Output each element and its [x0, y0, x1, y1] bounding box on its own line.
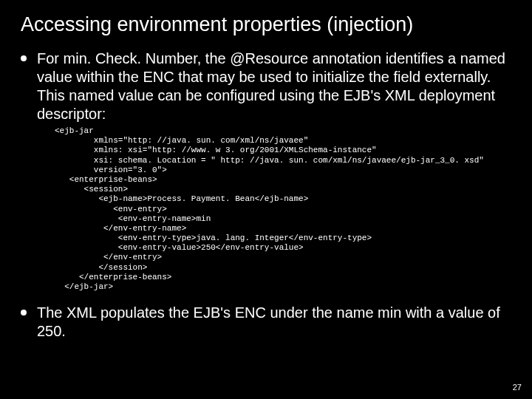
bullet-icon	[21, 55, 27, 61]
slide-title: Accessing environment properties (inject…	[21, 13, 511, 36]
bullet-icon	[21, 310, 27, 316]
bullet-text-2: The XML populates the EJB's ENC under th…	[37, 304, 511, 341]
page-number: 27	[513, 383, 522, 392]
bullet-item-1: For min. Check. Number, the @Resource an…	[21, 50, 511, 123]
bullet-item-2: The XML populates the EJB's ENC under th…	[21, 304, 511, 341]
slide: Accessing environment properties (inject…	[0, 0, 532, 399]
bullet-text-1: For min. Check. Number, the @Resource an…	[37, 50, 511, 123]
xml-code-block: <ejb-jar xmlns="http: //java. sun. com/x…	[55, 126, 511, 292]
